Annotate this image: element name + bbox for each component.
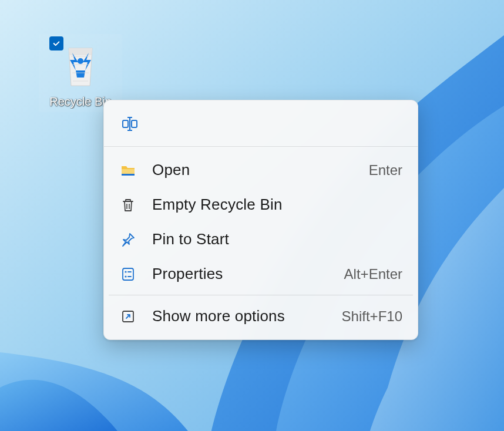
recycle-bin-label: Recycle Bin xyxy=(49,95,112,109)
pin-icon xyxy=(119,231,137,248)
menu-item-label: Empty Recycle Bin xyxy=(152,196,387,214)
svg-point-11 xyxy=(125,271,126,272)
context-menu-header xyxy=(104,100,418,147)
context-menu-body: Open Enter Empty Recycle Bin Pin to Star… xyxy=(104,147,418,339)
svg-point-12 xyxy=(125,275,126,277)
svg-rect-7 xyxy=(122,174,135,176)
menu-item-label: Show more options xyxy=(152,307,327,325)
folder-icon xyxy=(119,161,137,179)
menu-item-properties[interactable]: Properties Alt+Enter xyxy=(109,257,413,291)
svg-rect-2 xyxy=(123,120,128,127)
svg-rect-3 xyxy=(132,120,137,127)
menu-item-shortcut: Alt+Enter xyxy=(344,266,402,282)
svg-point-1 xyxy=(78,58,83,64)
svg-rect-10 xyxy=(123,268,133,280)
check-icon xyxy=(52,39,61,48)
context-menu: Open Enter Empty Recycle Bin Pin to Star… xyxy=(103,100,418,340)
trash-icon xyxy=(119,196,137,214)
menu-separator xyxy=(109,295,413,295)
menu-item-label: Properties xyxy=(152,265,329,283)
rename-icon xyxy=(120,115,139,133)
menu-item-shortcut: Enter xyxy=(369,162,402,179)
menu-item-shortcut: Shift+F10 xyxy=(342,308,402,325)
menu-item-show-more-options[interactable]: Show more options Shift+F10 xyxy=(109,299,413,334)
menu-item-open[interactable]: Open Enter xyxy=(109,153,413,187)
properties-icon xyxy=(119,265,137,283)
rename-button[interactable] xyxy=(117,111,143,137)
menu-item-pin-to-start[interactable]: Pin to Start xyxy=(109,222,413,257)
expand-icon xyxy=(119,308,137,325)
recycle-bin-icon xyxy=(59,40,102,92)
menu-item-label: Pin to Start xyxy=(152,230,387,248)
selection-checkbox[interactable] xyxy=(49,36,63,50)
menu-item-empty-recycle-bin[interactable]: Empty Recycle Bin xyxy=(109,187,413,222)
menu-item-label: Open xyxy=(152,161,354,179)
